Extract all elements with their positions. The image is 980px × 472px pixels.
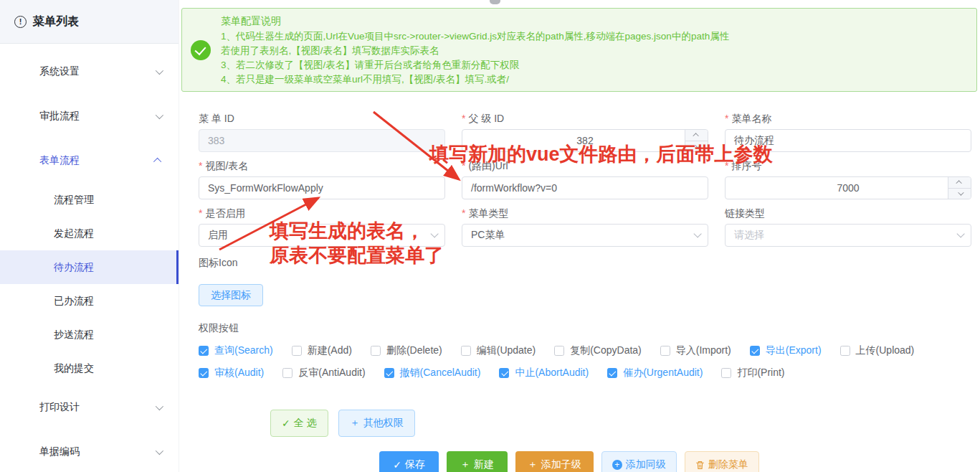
step-up-icon [685,130,708,141]
field-enabled: *是否启用 启用 [199,208,445,247]
notice-line: 1、代码生器生成的页面,Url在Vue项目中src->router->viewG… [221,29,729,44]
required-asterisk: * [199,161,202,171]
pick-icon-button[interactable]: 选择图标 [199,284,263,306]
plus-icon: ＋ [350,417,360,430]
notice-title: 菜单配置说明 [221,14,729,28]
permissions-title: 权限按钮 [199,322,971,335]
number-stepper[interactable] [948,177,971,199]
checkbox-icon [607,368,617,378]
page-title: 菜单列表 [33,14,79,29]
step-down-icon [685,141,708,152]
trash-icon [695,461,705,470]
perm-checkbox-abortaudit[interactable]: 中止(AbortAudit) [499,367,589,379]
menu-type-select[interactable]: PC菜单 [462,224,708,247]
chevron-down-icon [430,230,438,237]
perm-checkbox-delete[interactable]: 删除(Delete) [371,344,442,357]
link-type-label: *链接类型 [725,208,971,218]
scroll-knob [490,0,500,4]
number-stepper[interactable] [685,130,708,151]
table-name-label: *视图/表名 [199,161,445,171]
perm-checkbox-audit[interactable]: 审核(Audit) [199,367,264,379]
info-icon: ! [14,16,27,28]
required-asterisk: * [462,113,465,123]
field-menu-type: *菜单类型 PC菜单 [462,208,708,247]
sidebar-item-doc-coding[interactable]: 单据编码 [0,430,179,472]
create-button[interactable]: ＋新建 [447,451,508,472]
permissions-row-1: 查询(Search) 新建(Add) 删除(Delete) 编辑(Update)… [199,344,971,357]
perm-checkbox-copydata[interactable]: 复制(CopyData) [554,344,642,357]
content-area: 菜单配置说明 1、代码生器生成的页面,Url在Vue项目中src->router… [179,0,980,472]
perm-checkbox-cancelaudit[interactable]: 撤销(CancelAudit) [384,367,481,379]
link-type-select[interactable]: 请选择 [725,224,971,247]
sidebar-item-todo-flow[interactable]: 待办流程 [0,250,179,284]
sidebar-item-my-submission[interactable]: 我的提交 [0,351,179,385]
checkbox-icon [292,346,302,356]
checkbox-icon [199,368,209,378]
add-sibling-button[interactable]: +添加同级 [601,451,677,472]
perm-checkbox-urgentaudit[interactable]: 催办(UrgentAudit) [607,367,703,379]
field-order-no: *排序号 7000 [725,161,971,199]
notice-line: 若使用了表别名,【视图/表名】填写数据库实际表名 [221,44,729,58]
chevron-down-icon [156,402,163,410]
field-route-url: *(路由)Url /formWorkflow?v=0 [462,161,708,199]
delete-menu-button[interactable]: 删除菜单 [685,451,759,472]
other-permissions-button[interactable]: ＋其他权限 [338,410,415,437]
perm-checkbox-add[interactable]: 新建(Add) [292,344,352,357]
sidebar-item-system-settings[interactable]: 系统设置 [0,49,179,94]
checkbox-icon [371,346,381,356]
sidebar-item-approval-flow[interactable]: 审批流程 [0,94,179,138]
checkbox-icon [282,368,292,378]
save-button[interactable]: ✓保存 [379,451,439,472]
perm-checkbox-search[interactable]: 查询(Search) [199,344,273,357]
notice-line: 4、若只是建一级菜单或空菜单url不用填写,【视图/表名】填写.或者/ [221,72,729,87]
success-check-icon [191,40,211,60]
chevron-down-icon [156,67,163,75]
menu-id-input: 383 [199,129,445,152]
check-icon: ✓ [393,459,401,471]
menu-type-label: *菜单类型 [462,208,708,218]
select-all-button[interactable]: ✓全 选 [270,410,328,437]
sidebar-item-start-flow[interactable]: 发起流程 [0,217,179,250]
checkbox-icon [499,368,509,378]
route-url-label: *(路由)Url [462,161,708,171]
order-no-input[interactable]: 7000 [725,176,971,199]
checkbox-icon [840,346,850,356]
enabled-select[interactable]: 启用 [199,224,445,247]
perm-checkbox-update[interactable]: 编辑(Update) [461,344,536,357]
checkbox-icon [660,346,670,356]
sidebar-item-cc-flow[interactable]: 抄送流程 [0,318,179,351]
field-link-type: *链接类型 请选择 [725,208,971,247]
checkbox-icon [750,346,760,356]
menu-name-input[interactable]: 待办流程 [725,129,971,152]
parent-id-input[interactable]: 382 [462,129,708,152]
parent-id-label: *父 级 ID [462,113,708,123]
config-notice: 菜单配置说明 1、代码生器生成的页面,Url在Vue项目中src->router… [181,8,977,92]
perm-checkbox-import[interactable]: 导入(Import) [660,344,731,357]
checkbox-icon [554,346,564,356]
icon-label: 图标Icon [199,257,971,270]
perm-checkbox-export[interactable]: 导出(Export) [750,344,822,357]
route-url-input[interactable]: /formWorkflow?v=0 [462,176,708,199]
enabled-label: *是否启用 [199,208,445,218]
table-name-input[interactable]: Sys_FormWorkFlowApply [199,176,445,199]
perm-checkbox-antiaudit[interactable]: 反审(AntiAudit) [282,367,365,379]
sidebar-item-print-design[interactable]: 打印设计 [0,385,179,430]
step-down-icon [948,189,971,199]
perm-checkbox-print[interactable]: 打印(Print) [721,367,784,379]
required-asterisk: * [725,161,728,171]
plus-icon: ＋ [460,458,470,471]
check-icon: ✓ [282,417,290,429]
field-parent-id: *父 级 ID 382 [462,113,708,152]
menu-name-label: *菜单名称 [725,113,971,123]
add-child-button[interactable]: ＋添加子级 [515,451,594,472]
sidebar-item-done-flow[interactable]: 已办流程 [0,284,179,318]
order-no-label: *排序号 [725,161,971,171]
sidebar-item-flow-manage[interactable]: 流程管理 [0,183,179,217]
chevron-down-icon [156,111,163,119]
sidebar-item-form-flow[interactable]: 表单流程 [0,138,179,183]
chevron-down-icon [956,230,964,237]
perm-checkbox-upload[interactable]: 上传(Upload) [840,344,915,357]
sidebar-header: ! 菜单列表 [0,0,179,44]
menu-id-label: *菜 单 ID [199,113,445,123]
chevron-down-icon [156,447,163,455]
